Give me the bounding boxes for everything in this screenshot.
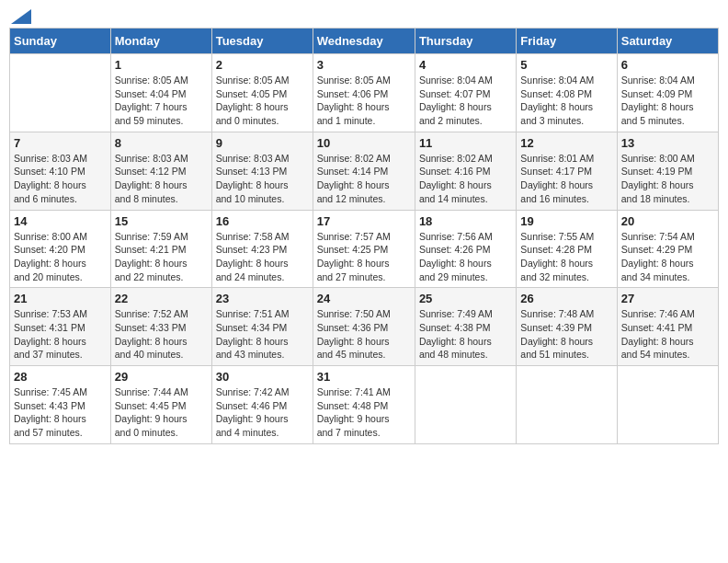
- day-info: Sunrise: 8:01 AMSunset: 4:17 PMDaylight:…: [520, 152, 612, 206]
- calendar-table: SundayMondayTuesdayWednesdayThursdayFrid…: [9, 28, 719, 444]
- header-sunday: Sunday: [10, 29, 111, 54]
- day-number: 9: [216, 136, 309, 150]
- day-info: Sunrise: 8:00 AMSunset: 4:20 PMDaylight:…: [14, 230, 107, 284]
- header-saturday: Saturday: [617, 29, 718, 54]
- header-tuesday: Tuesday: [211, 29, 313, 54]
- calendar-week-5: 28Sunrise: 7:45 AMSunset: 4:43 PMDayligh…: [10, 366, 719, 444]
- calendar-cell: 16Sunrise: 7:58 AMSunset: 4:23 PMDayligh…: [211, 210, 313, 288]
- calendar-cell: 31Sunrise: 7:41 AMSunset: 4:48 PMDayligh…: [313, 366, 415, 444]
- day-number: 20: [621, 214, 714, 228]
- day-number: 7: [14, 136, 107, 150]
- day-number: 25: [419, 292, 512, 305]
- day-info: Sunrise: 7:52 AMSunset: 4:33 PMDaylight:…: [115, 307, 208, 362]
- day-number: 27: [621, 292, 714, 305]
- calendar-cell: 12Sunrise: 8:01 AMSunset: 4:17 PMDayligh…: [517, 132, 617, 210]
- day-info: Sunrise: 7:46 AMSunset: 4:41 PMDaylight:…: [621, 307, 714, 362]
- calendar-cell: [10, 54, 111, 132]
- calendar-cell: 15Sunrise: 7:59 AMSunset: 4:21 PMDayligh…: [110, 210, 211, 288]
- calendar-cell: 5Sunrise: 8:04 AMSunset: 4:08 PMDaylight…: [517, 54, 617, 132]
- calendar-cell: 28Sunrise: 7:45 AMSunset: 4:43 PMDayligh…: [10, 366, 111, 444]
- calendar-cell: [617, 366, 718, 444]
- day-info: Sunrise: 7:49 AMSunset: 4:38 PMDaylight:…: [419, 307, 512, 362]
- calendar-week-3: 14Sunrise: 8:00 AMSunset: 4:20 PMDayligh…: [10, 210, 719, 288]
- day-info: Sunrise: 8:03 AMSunset: 4:13 PMDaylight:…: [216, 152, 309, 206]
- day-number: 29: [115, 370, 208, 384]
- calendar-cell: [415, 366, 516, 444]
- day-info: Sunrise: 8:02 AMSunset: 4:16 PMDaylight:…: [419, 152, 512, 206]
- day-number: 19: [520, 214, 612, 228]
- calendar-cell: 4Sunrise: 8:04 AMSunset: 4:07 PMDaylight…: [415, 54, 516, 132]
- calendar-cell: 11Sunrise: 8:02 AMSunset: 4:16 PMDayligh…: [415, 132, 516, 210]
- calendar-cell: 21Sunrise: 7:53 AMSunset: 4:31 PMDayligh…: [10, 288, 111, 366]
- day-number: 30: [216, 370, 309, 384]
- day-number: 4: [419, 58, 512, 72]
- day-number: 13: [621, 136, 714, 150]
- calendar-cell: 2Sunrise: 8:05 AMSunset: 4:05 PMDaylight…: [211, 54, 313, 132]
- day-info: Sunrise: 7:51 AMSunset: 4:34 PMDaylight:…: [216, 307, 309, 362]
- header-thursday: Thursday: [415, 29, 516, 54]
- calendar-cell: [517, 366, 617, 444]
- day-info: Sunrise: 7:55 AMSunset: 4:28 PMDaylight:…: [520, 230, 612, 284]
- day-info: Sunrise: 7:53 AMSunset: 4:31 PMDaylight:…: [14, 307, 107, 362]
- day-number: 2: [216, 58, 309, 72]
- header-monday: Monday: [110, 29, 211, 54]
- header-friday: Friday: [517, 29, 617, 54]
- day-number: 12: [520, 136, 612, 150]
- day-info: Sunrise: 8:04 AMSunset: 4:07 PMDaylight:…: [419, 74, 512, 128]
- logo-icon: [11, 9, 31, 24]
- day-number: 6: [621, 58, 714, 72]
- calendar-cell: 23Sunrise: 7:51 AMSunset: 4:34 PMDayligh…: [211, 288, 313, 366]
- day-info: Sunrise: 8:03 AMSunset: 4:10 PMDaylight:…: [14, 152, 107, 206]
- calendar-cell: 17Sunrise: 7:57 AMSunset: 4:25 PMDayligh…: [313, 210, 415, 288]
- calendar-cell: 10Sunrise: 8:02 AMSunset: 4:14 PMDayligh…: [313, 132, 415, 210]
- calendar-cell: 25Sunrise: 7:49 AMSunset: 4:38 PMDayligh…: [415, 288, 516, 366]
- calendar-cell: 26Sunrise: 7:48 AMSunset: 4:39 PMDayligh…: [517, 288, 617, 366]
- calendar-cell: 8Sunrise: 8:03 AMSunset: 4:12 PMDaylight…: [110, 132, 211, 210]
- day-number: 15: [115, 214, 208, 228]
- header-wednesday: Wednesday: [313, 29, 415, 54]
- day-number: 17: [317, 214, 411, 228]
- day-info: Sunrise: 8:04 AMSunset: 4:09 PMDaylight:…: [621, 74, 714, 128]
- day-number: 11: [419, 136, 512, 150]
- day-number: 3: [317, 58, 411, 72]
- day-number: 26: [520, 292, 612, 305]
- day-info: Sunrise: 7:48 AMSunset: 4:39 PMDaylight:…: [520, 307, 612, 362]
- day-info: Sunrise: 7:59 AMSunset: 4:21 PMDaylight:…: [115, 230, 208, 284]
- calendar-body: 1Sunrise: 8:05 AMSunset: 4:04 PMDaylight…: [10, 54, 719, 444]
- day-number: 10: [317, 136, 411, 150]
- page-header: [9, 9, 719, 20]
- calendar-week-2: 7Sunrise: 8:03 AMSunset: 4:10 PMDaylight…: [10, 132, 719, 210]
- day-number: 22: [115, 292, 208, 305]
- day-info: Sunrise: 7:44 AMSunset: 4:45 PMDaylight:…: [115, 385, 208, 440]
- day-info: Sunrise: 8:04 AMSunset: 4:08 PMDaylight:…: [520, 74, 612, 128]
- calendar-cell: 20Sunrise: 7:54 AMSunset: 4:29 PMDayligh…: [617, 210, 718, 288]
- calendar-week-1: 1Sunrise: 8:05 AMSunset: 4:04 PMDaylight…: [10, 54, 719, 132]
- day-info: Sunrise: 7:54 AMSunset: 4:29 PMDaylight:…: [621, 230, 714, 284]
- day-number: 16: [216, 214, 309, 228]
- day-info: Sunrise: 8:05 AMSunset: 4:06 PMDaylight:…: [317, 74, 411, 128]
- calendar-cell: 3Sunrise: 8:05 AMSunset: 4:06 PMDaylight…: [313, 54, 415, 132]
- calendar-cell: 30Sunrise: 7:42 AMSunset: 4:46 PMDayligh…: [211, 366, 313, 444]
- day-number: 21: [14, 292, 107, 305]
- day-info: Sunrise: 7:42 AMSunset: 4:46 PMDaylight:…: [216, 385, 309, 440]
- day-info: Sunrise: 7:45 AMSunset: 4:43 PMDaylight:…: [14, 385, 107, 440]
- day-info: Sunrise: 7:50 AMSunset: 4:36 PMDaylight:…: [317, 307, 411, 362]
- calendar-cell: 22Sunrise: 7:52 AMSunset: 4:33 PMDayligh…: [110, 288, 211, 366]
- calendar-cell: 14Sunrise: 8:00 AMSunset: 4:20 PMDayligh…: [10, 210, 111, 288]
- calendar-cell: 1Sunrise: 8:05 AMSunset: 4:04 PMDaylight…: [110, 54, 211, 132]
- calendar-cell: 13Sunrise: 8:00 AMSunset: 4:19 PMDayligh…: [617, 132, 718, 210]
- day-info: Sunrise: 7:41 AMSunset: 4:48 PMDaylight:…: [317, 385, 411, 440]
- logo: [9, 9, 31, 20]
- day-info: Sunrise: 7:58 AMSunset: 4:23 PMDaylight:…: [216, 230, 309, 284]
- day-number: 23: [216, 292, 309, 305]
- calendar-cell: 19Sunrise: 7:55 AMSunset: 4:28 PMDayligh…: [517, 210, 617, 288]
- calendar-cell: 9Sunrise: 8:03 AMSunset: 4:13 PMDaylight…: [211, 132, 313, 210]
- calendar-cell: 27Sunrise: 7:46 AMSunset: 4:41 PMDayligh…: [617, 288, 718, 366]
- day-number: 18: [419, 214, 512, 228]
- day-info: Sunrise: 7:57 AMSunset: 4:25 PMDaylight:…: [317, 230, 411, 284]
- day-number: 8: [115, 136, 208, 150]
- day-info: Sunrise: 8:05 AMSunset: 4:05 PMDaylight:…: [216, 74, 309, 128]
- calendar-cell: 24Sunrise: 7:50 AMSunset: 4:36 PMDayligh…: [313, 288, 415, 366]
- calendar-cell: 7Sunrise: 8:03 AMSunset: 4:10 PMDaylight…: [10, 132, 111, 210]
- day-number: 24: [317, 292, 411, 305]
